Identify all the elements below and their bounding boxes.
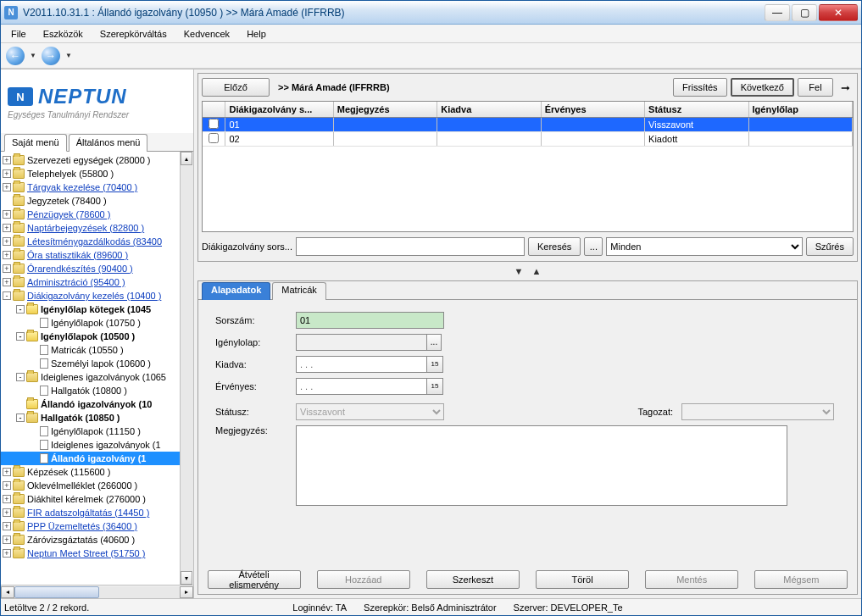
search-options-button[interactable]: ... xyxy=(584,237,603,256)
tree-item[interactable]: -Hallgatók (10850 ) xyxy=(1,411,180,425)
expand-icon[interactable]: + xyxy=(3,251,11,259)
tree-item[interactable]: Igénylőlapok (10750 ) xyxy=(1,316,180,330)
tree-item[interactable]: +Pénzügyek (78600 ) xyxy=(1,208,180,221)
tree-item[interactable]: Igénylőlapok (11150 ) xyxy=(1,425,180,438)
tree-item[interactable]: +Diákhitel kérelmek (276000 ) xyxy=(1,492,180,506)
splitter[interactable]: ▼ ▲ xyxy=(197,265,858,277)
expand-icon[interactable]: + xyxy=(3,522,11,530)
field-megjegyzes[interactable] xyxy=(296,425,787,506)
tree-item[interactable]: +Képzések (115600 ) xyxy=(1,465,180,479)
grid-header[interactable]: Kiadva xyxy=(437,102,541,117)
save-button[interactable]: Mentés xyxy=(645,570,738,589)
pin-icon[interactable]: ➞ xyxy=(837,79,854,96)
tree-item[interactable]: Jegyzetek (78400 ) xyxy=(1,194,180,208)
nav-forward-dropdown[interactable]: ▼ xyxy=(64,52,74,59)
tree-item[interactable]: +Tárgyak kezelése (70400 ) xyxy=(1,180,180,194)
tree-item[interactable]: +Neptun Meet Street (51750 ) xyxy=(1,547,180,560)
tree-item[interactable]: +Szervezeti egységek (28000 ) xyxy=(1,153,180,167)
grid-header[interactable]: Státusz xyxy=(645,102,748,117)
tab-own-menu[interactable]: Saját menü xyxy=(4,134,67,152)
igenylolap-lookup-button[interactable]: ... xyxy=(426,334,442,351)
tab-matricak[interactable]: Matricák xyxy=(272,282,326,300)
row-checkbox[interactable] xyxy=(209,133,219,143)
tree-horizontal-scrollbar[interactable]: ◂ ▸ xyxy=(1,585,193,598)
tree-item[interactable]: -Diákigazolvány kezelés (10400 ) xyxy=(1,289,180,302)
menu-help[interactable]: Help xyxy=(240,27,273,41)
grid-header[interactable]: Igénylőlap xyxy=(748,102,852,117)
expand-icon[interactable]: + xyxy=(3,481,11,490)
scroll-down-icon[interactable]: ▾ xyxy=(181,571,192,585)
expand-icon[interactable]: + xyxy=(3,156,11,164)
grid-header[interactable]: Megjegyzés xyxy=(333,102,437,117)
next-button[interactable]: Következő xyxy=(731,78,794,97)
nav-back-dropdown[interactable]: ▼ xyxy=(28,52,38,59)
expand-icon[interactable]: + xyxy=(3,210,11,219)
scroll-right-icon[interactable]: ▸ xyxy=(180,586,193,598)
expand-icon[interactable]: + xyxy=(3,495,11,503)
search-button[interactable]: Keresés xyxy=(528,237,581,256)
expand-icon[interactable]: + xyxy=(3,549,11,558)
atveteli-button[interactable]: Átvételi elismervény xyxy=(208,570,301,589)
menu-file[interactable]: File xyxy=(4,27,33,41)
data-grid[interactable]: Diákigazolvány s...MegjegyzésKiadvaÉrvén… xyxy=(202,101,854,232)
field-kiadva[interactable]: . . . xyxy=(296,356,427,373)
cancel-button[interactable]: Mégsem xyxy=(754,570,848,589)
grid-header[interactable]: Diákigazolvány s... xyxy=(225,102,333,117)
tree-vertical-scrollbar[interactable]: ▴ ▾ xyxy=(180,152,193,585)
scroll-up-icon[interactable]: ▴ xyxy=(181,152,192,165)
menu-rolechange[interactable]: Szerepkörváltás xyxy=(93,27,174,41)
tree-item[interactable]: -Igénylőlapok (10500 ) xyxy=(1,330,180,343)
expand-icon[interactable]: - xyxy=(16,305,25,314)
tree-item[interactable]: +Óra statisztikák (89600 ) xyxy=(1,248,180,262)
expand-icon[interactable]: + xyxy=(3,224,11,232)
field-ervenyes[interactable]: . . . xyxy=(296,378,427,395)
tree-item[interactable]: Állandó igazolványok (10 xyxy=(1,397,180,411)
field-statusz[interactable]: Visszavont xyxy=(296,403,444,420)
expand-icon[interactable]: + xyxy=(3,508,11,517)
refresh-button[interactable]: Frissítés xyxy=(673,78,727,97)
tree-item[interactable]: +Oklevélmelléklet (266000 ) xyxy=(1,479,180,492)
grid-header[interactable]: Érvényes xyxy=(541,102,644,117)
up-button[interactable]: Fel xyxy=(798,78,833,97)
row-checkbox[interactable] xyxy=(209,119,219,129)
expand-icon[interactable]: + xyxy=(3,278,11,286)
tree-item[interactable]: Állandó igazolvány (1 xyxy=(1,452,180,465)
table-row[interactable]: 02Kiadott xyxy=(203,131,853,146)
tree-item[interactable]: +FIR adatszolgáltatás (14450 ) xyxy=(1,506,180,519)
prev-button[interactable]: Előző xyxy=(202,78,270,97)
nav-back-icon[interactable]: ← xyxy=(6,47,25,65)
filter-button[interactable]: Szűrés xyxy=(806,237,854,256)
nav-forward-icon[interactable]: → xyxy=(42,47,60,65)
expand-icon[interactable]: + xyxy=(3,183,11,191)
minimize-button[interactable]: — xyxy=(765,4,790,21)
tree-item[interactable]: Személyi lapok (10600 ) xyxy=(1,357,180,370)
expand-icon[interactable]: + xyxy=(3,169,11,178)
expand-icon[interactable]: + xyxy=(3,264,11,273)
maximize-button[interactable]: ▢ xyxy=(792,4,817,21)
grid-header[interactable] xyxy=(203,102,225,117)
expand-icon[interactable]: - xyxy=(16,413,25,422)
add-button[interactable]: Hozzáad xyxy=(317,570,410,589)
expand-icon[interactable]: - xyxy=(16,332,25,341)
tree-item[interactable]: +Órarendkészítés (90400 ) xyxy=(1,262,180,275)
kiadva-calendar-icon[interactable]: 15 xyxy=(426,356,443,373)
expand-icon[interactable]: + xyxy=(3,468,11,476)
tree-item[interactable]: +Telephelyek (55800 ) xyxy=(1,167,180,180)
edit-button[interactable]: Szerkeszt xyxy=(426,570,520,589)
tab-alapadatok[interactable]: Alapadatok xyxy=(202,282,270,300)
tree-item[interactable]: Matricák (10550 ) xyxy=(1,343,180,357)
close-button[interactable]: ✕ xyxy=(819,4,858,21)
tree-item[interactable]: +Létesítménygazdálkodás (83400 xyxy=(1,235,180,248)
delete-button[interactable]: Töröl xyxy=(536,570,629,589)
tree-item[interactable]: -Ideiglenes igazolványok (1065 xyxy=(1,370,180,384)
expand-icon[interactable]: - xyxy=(3,291,11,300)
menu-tools[interactable]: Eszközök xyxy=(36,27,90,41)
filter-dropdown[interactable]: Minden xyxy=(606,237,802,256)
expand-icon[interactable]: - xyxy=(16,373,25,381)
expand-icon[interactable]: + xyxy=(3,237,11,246)
tree-item[interactable]: +Naptárbejegyzések (82800 ) xyxy=(1,221,180,235)
navigation-tree[interactable]: +Szervezeti egységek (28000 )+Telephelye… xyxy=(1,152,180,585)
tree-item[interactable]: Ideiglenes igazolványok (1 xyxy=(1,438,180,452)
scroll-thumb[interactable] xyxy=(14,586,99,598)
search-input[interactable] xyxy=(296,237,525,256)
